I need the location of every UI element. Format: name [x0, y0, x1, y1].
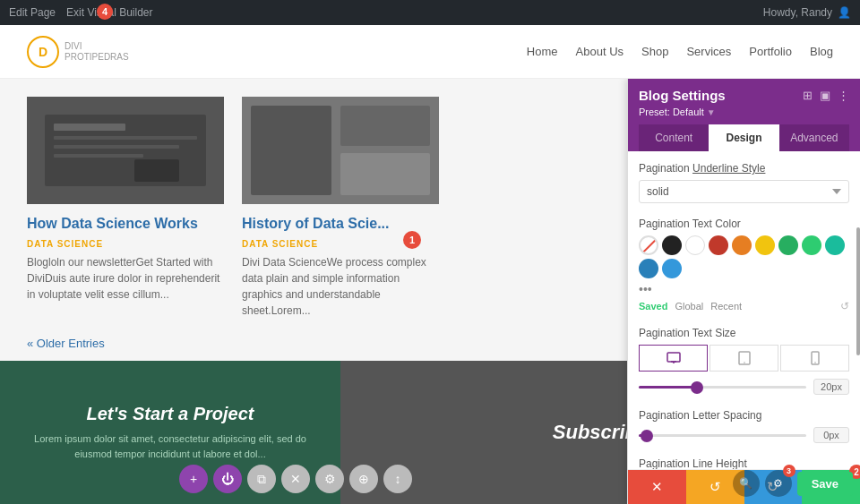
- text-size-value: 20px: [813, 379, 849, 395]
- panel-more-icon[interactable]: ⋮: [838, 89, 849, 102]
- toolbar-add-button[interactable]: +: [179, 465, 208, 493]
- panel-cancel-button[interactable]: ✕: [628, 470, 686, 504]
- svg-point-17: [814, 362, 816, 363]
- svg-rect-9: [340, 106, 430, 146]
- page-content: How Data Science Works DATA SCIENCE Blog…: [0, 79, 860, 504]
- panel-header: Blog Settings ⊞ ▣ ⋮ Preset: Default ▼ Co…: [628, 79, 860, 151]
- color-yellow[interactable]: [755, 235, 775, 255]
- tab-content[interactable]: Content: [639, 124, 709, 151]
- panel-scroll-indicator: [856, 227, 860, 355]
- color-light-blue[interactable]: [662, 259, 682, 278]
- panel-preset-arrow[interactable]: ▼: [707, 107, 716, 117]
- letter-spacing-slider[interactable]: [639, 434, 806, 437]
- br-search-icon[interactable]: 🔍: [733, 470, 760, 497]
- svg-rect-5: [54, 154, 143, 158]
- toolbar-move-button[interactable]: ⊕: [349, 465, 378, 493]
- toolbar-duplicate-button[interactable]: ⧉: [247, 465, 276, 493]
- edit-page-link[interactable]: Edit Page: [9, 6, 56, 19]
- letter-spacing-thumb[interactable]: [641, 430, 653, 442]
- text-size-slider-row: 20px: [639, 379, 849, 395]
- pagination-text-size-label: Pagination Text Size: [639, 327, 849, 339]
- size-mobile-icon[interactable]: [780, 345, 849, 372]
- color-transparent[interactable]: [639, 235, 658, 255]
- blog-card-1-title: How Data Science Works: [27, 215, 224, 234]
- pagination-text-size-section: Pagination Text Size: [639, 327, 849, 395]
- panel-body: Pagination Underline Style solid dashed …: [628, 151, 860, 469]
- pagination-line-height-section: Pagination Line Height 1.4em: [639, 457, 849, 469]
- color-second-row: •••: [639, 282, 849, 296]
- toolbar-resize-button[interactable]: ↕: [383, 465, 412, 493]
- toolbar-close-button[interactable]: ✕: [281, 465, 310, 493]
- banner-title: Let's Start a Project: [86, 404, 254, 424]
- color-more-dots[interactable]: •••: [639, 282, 652, 296]
- pagination-underline-select[interactable]: solid dashed dotted none: [639, 180, 849, 203]
- tab-design[interactable]: Design: [709, 124, 778, 151]
- blog-card-1-category: DATA SCIENCE: [27, 239, 224, 249]
- nav-blog[interactable]: Blog: [810, 45, 833, 58]
- color-light-green[interactable]: [802, 235, 821, 255]
- text-size-thumb[interactable]: [691, 381, 703, 394]
- blog-card-img-2: [242, 97, 439, 204]
- svg-rect-2: [54, 124, 125, 131]
- pagination-underline-label: Pagination Underline Style: [639, 162, 849, 175]
- nav-services[interactable]: Services: [686, 45, 731, 58]
- color-white[interactable]: [685, 235, 705, 255]
- color-reset-icon[interactable]: ↺: [840, 300, 849, 312]
- pagination-text-color-label: Pagination Text Color: [639, 218, 849, 230]
- nav-about[interactable]: About Us: [576, 45, 624, 58]
- blog-card-2-excerpt: Divi Data ScienceWe process complex data…: [242, 254, 439, 319]
- panel-title: Blog Settings: [639, 88, 726, 103]
- color-black[interactable]: [662, 235, 682, 255]
- nav-shop[interactable]: Shop: [641, 45, 668, 58]
- panel-layout-icon[interactable]: ▣: [820, 89, 830, 102]
- bottom-right-bar: 🔍 ⚙ 3 Save: [733, 470, 853, 497]
- admin-bar: Edit Page Exit Visual Builder 4 Howdy, R…: [0, 0, 860, 25]
- panel-icons: ⊞ ▣ ⋮: [803, 89, 849, 102]
- text-size-slider[interactable]: [639, 386, 806, 389]
- color-tab-recent[interactable]: Recent: [710, 301, 742, 312]
- svg-rect-8: [251, 106, 331, 195]
- nav-home[interactable]: Home: [527, 45, 558, 58]
- panel-preset: Preset: Default ▼: [639, 107, 849, 117]
- toolbar-settings-button[interactable]: ⚙: [315, 465, 344, 493]
- badge-1: 1: [403, 231, 421, 249]
- size-tablet-icon[interactable]: [710, 345, 778, 372]
- color-green[interactable]: [778, 235, 798, 255]
- text-size-track: [639, 386, 697, 389]
- pagination-underline-section: Pagination Underline Style solid dashed …: [639, 162, 849, 203]
- pagination-line-height-label: Pagination Line Height: [639, 457, 849, 469]
- size-icons-row: [639, 345, 849, 372]
- nav-portfolio[interactable]: Portfolio: [749, 45, 792, 58]
- admin-bar-right: Howdy, Randy 👤: [763, 6, 851, 19]
- size-desktop-icon[interactable]: [639, 345, 708, 372]
- letter-spacing-slider-row: 0px: [639, 427, 849, 443]
- logo-text: DIVIPROTIPEDRAS: [64, 41, 129, 63]
- logo-icon: D: [27, 36, 59, 68]
- color-teal[interactable]: [825, 235, 845, 255]
- save-button[interactable]: Save: [797, 472, 853, 496]
- panel-grid-icon[interactable]: ⊞: [803, 89, 813, 102]
- color-orange[interactable]: [732, 235, 752, 255]
- svg-rect-6: [134, 159, 179, 182]
- panel-preset-text: Preset: Default: [639, 107, 704, 117]
- badge-3: 3: [783, 465, 796, 477]
- panel-title-row: Blog Settings ⊞ ▣ ⋮: [639, 88, 849, 103]
- color-tab-saved[interactable]: Saved: [639, 301, 667, 312]
- color-red[interactable]: [709, 235, 728, 255]
- pagination-text-color-section: Pagination Text Color •••: [639, 218, 849, 312]
- floating-toolbar: + ⏻ ⧉ ✕ ⚙ ⊕ ↕: [179, 465, 412, 493]
- tab-advanced[interactable]: Advanced: [779, 124, 849, 151]
- admin-bar-left: Edit Page Exit Visual Builder 4: [9, 6, 153, 19]
- letter-spacing-value: 0px: [813, 427, 849, 443]
- blog-card-1-excerpt: Blogloln our newsletterGet Started with …: [27, 254, 224, 303]
- color-tabs: Saved Global Recent ↺: [639, 300, 849, 312]
- color-blue[interactable]: [639, 259, 658, 278]
- svg-rect-3: [54, 136, 197, 140]
- toolbar-power-button[interactable]: ⏻: [213, 465, 242, 493]
- br-settings-icon[interactable]: ⚙ 3: [765, 470, 792, 497]
- color-tab-global[interactable]: Global: [675, 301, 703, 312]
- blog-card-img-1: [27, 97, 224, 204]
- panel-tabs: Content Design Advanced: [639, 124, 849, 151]
- logo: D DIVIPROTIPEDRAS: [27, 36, 129, 68]
- admin-greeting: Howdy, Randy: [763, 6, 832, 19]
